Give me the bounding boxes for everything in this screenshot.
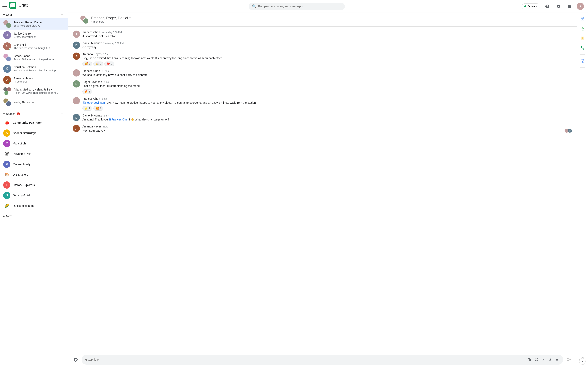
chat-header-name[interactable]: Frances, Roger, Daniel ▾ <box>91 16 573 20</box>
contact-name: Grace, Jason <box>14 54 65 58</box>
msg-sender: Frances Chen <box>82 69 100 73</box>
status-button[interactable]: Active ▾ <box>522 3 540 9</box>
help-button[interactable] <box>543 2 551 10</box>
msg-text: On my way! <box>82 45 572 49</box>
spaces-add-button[interactable]: + <box>59 111 65 117</box>
gif-button[interactable]: GIF <box>540 357 546 363</box>
svg-point-3 <box>14 4 14 5</box>
spaces-badge: 2 <box>17 112 20 115</box>
chat-item-janice-castro[interactable]: J Janice Castro Great, see you then. <box>0 30 68 41</box>
chat-header-members: 4 members <box>91 20 573 23</box>
space-item-recipe-exchange[interactable]: 🌽 Recipe exchange <box>0 200 68 211</box>
receipt-avatar: D <box>568 128 572 133</box>
reaction-item[interactable]: 🥰4 <box>93 106 103 111</box>
video-call-button[interactable] <box>554 357 560 363</box>
space-item-community-pea-patch[interactable]: 🍅 Community Pea Patch <box>0 117 68 128</box>
upload-button[interactable] <box>547 357 553 363</box>
dropdown-icon: ▾ <box>129 16 131 20</box>
message-row: D Daniel Martinez Yesterday 5:32 PM On m… <box>73 42 572 49</box>
chat-item-adam-group[interactable]: Adam, Madison, Helen, Jeffrey Helen: Oh … <box>0 85 68 97</box>
settings-button[interactable] <box>554 2 562 10</box>
apps-button[interactable] <box>566 2 574 10</box>
msg-time: Yesterday 5:32 PM <box>104 42 124 45</box>
msg-time: 15 min <box>102 70 109 73</box>
chat-item-amanda-hayes[interactable]: A Amanda Hayes I'll be there! <box>0 74 68 85</box>
sidebar: Chat ▾ Chat + Frances, Roger, Daniel You… <box>0 0 68 367</box>
chat-add-button[interactable]: + <box>59 12 65 17</box>
space-item-diy-masters[interactable]: 🎨 DIY Masters <box>0 169 68 180</box>
svg-point-1 <box>11 4 12 5</box>
message-input-box[interactable]: GIF <box>82 355 563 365</box>
reaction-item[interactable]: ❤️2 <box>104 62 114 66</box>
meet-chevron-icon: ▸ <box>3 214 5 218</box>
svg-point-2 <box>12 4 13 5</box>
space-item-literary-explorers[interactable]: L Literary Explorers <box>0 180 68 190</box>
msg-text: We should definitely have a dinner party… <box>82 73 572 77</box>
todo-icon-button[interactable] <box>579 57 587 65</box>
search-icon: 🔍 <box>252 4 256 8</box>
msg-avatar-amanda: A <box>73 125 80 132</box>
contact-preview: Jason: Did you watch the performan ... <box>14 58 65 61</box>
input-area: GIF <box>68 352 577 367</box>
hamburger-icon[interactable] <box>2 3 7 8</box>
reaction-item[interactable]: ⭐3 <box>82 106 92 111</box>
text-format-button[interactable] <box>527 357 533 363</box>
space-item-yoga-circle[interactable]: Y Yoga circle <box>0 138 68 149</box>
contact-preview: Great, see you then. <box>14 35 65 38</box>
right-sidebar-divider <box>580 54 585 55</box>
search-box[interactable]: 🔍 <box>249 3 345 10</box>
message-row: R Roger Levinson 8 min That's a great id… <box>73 80 572 94</box>
sidebar-header: Chat <box>0 0 68 10</box>
user-avatar[interactable]: A <box>577 3 584 10</box>
contact-preview: You: Next Saturday??? <box>14 24 65 27</box>
msg-text: Next Saturday??? <box>82 129 105 133</box>
avatar-christian: C <box>3 65 11 73</box>
spaces-section-header[interactable]: ▾ Spaces 2 + <box>0 109 68 117</box>
space-item-monroe-family[interactable]: M Monroe family <box>0 159 68 169</box>
msg-time: 5 min <box>102 98 107 100</box>
msg-time: 2 min <box>104 114 109 117</box>
status-label: Active <box>527 5 535 8</box>
space-name: Recipe exchange <box>13 204 35 207</box>
phone-icon-button[interactable] <box>579 44 587 52</box>
spaces-list: 🍅 Community Pea Patch S Soccer Saturdays… <box>0 117 68 211</box>
avatar-gloria: G <box>3 42 11 50</box>
calendar-icon-button[interactable]: 31 <box>579 15 587 23</box>
msg-sender: Frances Chen <box>82 31 100 34</box>
space-item-soccer-saturdays[interactable]: S Soccer Saturdays <box>0 128 68 138</box>
tasks-icon-button[interactable] <box>579 34 587 42</box>
svg-rect-6 <box>583 17 583 18</box>
msg-time: 17 min <box>103 53 110 56</box>
send-button[interactable] <box>566 356 573 363</box>
chat-item-grace-jason[interactable]: Grace, Jason Jason: Did you watch the pe… <box>0 52 68 63</box>
reaction-item[interactable]: 🥰3 <box>82 62 92 66</box>
chat-item-frances-roger-daniel[interactable]: Frances, Roger, Daniel You: Next Saturda… <box>0 18 68 30</box>
space-name: Gaming Guild <box>13 194 30 197</box>
emoji-button[interactable] <box>534 357 540 363</box>
attach-button[interactable] <box>72 356 79 363</box>
message-input[interactable] <box>85 358 525 361</box>
expand-button[interactable] <box>579 358 586 365</box>
meet-label: Meet <box>6 215 12 218</box>
message-row: F Frances Chen Yesterday 5:30 PM Just ar… <box>73 31 572 38</box>
chat-item-gloria-hill[interactable]: G Gloria Hill The flowers were so though… <box>0 41 68 52</box>
chat-section-header[interactable]: ▾ Chat + <box>0 10 68 18</box>
msg-time: Yesterday 5:30 PM <box>102 31 122 34</box>
contact-name: Gloria Hill <box>14 43 65 46</box>
mention: @Frances Chen <box>109 118 129 121</box>
reaction-item[interactable]: 🎉2 <box>93 62 103 66</box>
avatar-janice: J <box>3 31 11 39</box>
chat-item-keith-alexander[interactable]: Keith, Alexander <box>0 97 68 108</box>
drive-icon-button[interactable] <box>579 25 587 33</box>
meet-section[interactable]: ▸ Meet <box>0 213 68 220</box>
space-item-pawsome-pals[interactable]: 🐼 Pawsome Pals <box>0 149 68 159</box>
chat-item-christian-hoffman[interactable]: C Christian Hoffman We're all set. He's … <box>0 63 68 74</box>
back-button[interactable]: ← <box>72 17 78 23</box>
msg-avatar-daniel: D <box>73 114 80 121</box>
contact-preview: We're all set. He's excited for the trip… <box>14 69 65 72</box>
reaction-item[interactable]: 🔥4 <box>82 89 92 94</box>
search-input[interactable] <box>258 5 342 8</box>
app-title: Chat <box>18 3 28 8</box>
space-item-gaming-guild[interactable]: G Gaming Guild <box>0 190 68 200</box>
msg-sender: Amanda Hayes <box>82 125 102 128</box>
